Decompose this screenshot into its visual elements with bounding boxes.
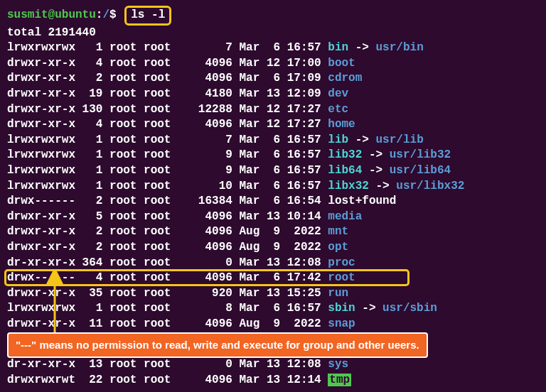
group: root <box>136 271 171 284</box>
link-count: 1 <box>75 180 102 192</box>
group: root <box>136 210 171 223</box>
owner: root <box>102 134 136 146</box>
date: Mar 6 17:42 <box>232 271 328 284</box>
date: Mar 6 16:57 <box>232 164 328 177</box>
link-count: 2 <box>75 72 102 85</box>
symlink-target: usr/bin <box>376 41 424 54</box>
date: Mar 6 16:57 <box>232 302 328 315</box>
size: 4096 <box>171 57 232 70</box>
permissions: lrwxrwxrwx <box>7 148 75 161</box>
file-name: tmp <box>328 374 351 386</box>
group: root <box>136 164 171 177</box>
permissions: lrwxrwxrwx <box>7 164 75 177</box>
permissions: drwx------ <box>7 271 75 284</box>
permissions: drwxr-xr-x <box>7 287 75 300</box>
owner: root <box>102 271 136 284</box>
size: 0 <box>171 256 232 269</box>
owner: root <box>102 374 136 386</box>
table-row: dr-xr-xr-x 364 root root 0 Mar 13 12:08 … <box>7 256 539 271</box>
permissions: lrwxrwxrwx <box>7 180 75 192</box>
table-row: drwx------ 4 root root 4096 Mar 6 17:42 … <box>7 271 539 286</box>
owner: root <box>102 41 136 54</box>
size: 4096 <box>171 271 232 284</box>
link-count: 130 <box>75 103 102 116</box>
file-name: dev <box>328 87 348 100</box>
size: 4096 <box>171 72 232 85</box>
permissions: drwxrwxrwt <box>7 374 75 386</box>
file-name: proc <box>328 256 355 269</box>
permissions: dr-xr-xr-x <box>7 256 75 269</box>
link-count: 1 <box>75 148 102 161</box>
table-row: drwx------ 2 root root 16384 Mar 6 16:54… <box>7 194 539 209</box>
permissions: lrwxrwxrwx <box>7 41 75 54</box>
permissions: drwxr-xr-x <box>7 57 75 70</box>
prompt-line: susmit@ubuntu:/$ ls -l <box>7 6 539 26</box>
permissions: drwx------ <box>7 195 75 207</box>
date: Mar 6 16:57 <box>232 180 328 192</box>
owner: root <box>102 302 136 315</box>
size: 4096 <box>171 118 232 131</box>
table-row: drwxr-xr-x 2 root root 4096 Aug 9 2022 m… <box>7 224 539 240</box>
table-row: drwxr-xr-x 11 root root 4096 Aug 9 2022 … <box>7 317 539 332</box>
owner: root <box>102 180 136 192</box>
group: root <box>136 195 171 207</box>
symlink-arrow: -> <box>369 180 396 192</box>
owner: root <box>102 72 136 85</box>
table-row: lrwxrwxrwx 1 root root 9 Mar 6 16:57 lib… <box>7 163 539 179</box>
owner: root <box>102 57 136 70</box>
symlink-target: usr/lib32 <box>390 148 451 161</box>
owner: root <box>102 256 136 269</box>
link-count: 13 <box>75 358 102 371</box>
file-name: sys <box>328 358 348 371</box>
owner: root <box>102 87 136 100</box>
link-count: 1 <box>75 134 102 146</box>
file-name: root <box>328 271 355 284</box>
table-row: dr-xr-xr-x 13 root root 0 Mar 13 12:08 s… <box>7 357 539 373</box>
size: 8 <box>171 302 232 315</box>
date: Aug 9 2022 <box>232 225 328 238</box>
link-count: 2 <box>75 225 102 238</box>
file-name: run <box>328 287 348 300</box>
link-count: 1 <box>75 302 102 315</box>
file-name: lib64 <box>328 164 362 177</box>
group: root <box>136 287 171 300</box>
file-name: bin <box>328 41 348 54</box>
group: root <box>136 118 171 131</box>
table-row: drwxr-xr-x 5 root root 4096 Mar 13 10:14… <box>7 209 539 225</box>
date: Mar 6 16:57 <box>232 148 328 161</box>
size: 0 <box>171 358 232 371</box>
symlink-arrow: -> <box>348 41 375 54</box>
date: Aug 9 2022 <box>232 317 328 330</box>
table-row: drwxr-xr-x 19 root root 4180 Mar 13 12:0… <box>7 87 539 102</box>
owner: root <box>102 118 136 131</box>
permissions: drwxr-xr-x <box>7 241 75 254</box>
date: Mar 12 17:00 <box>232 57 328 70</box>
size: 7 <box>171 41 232 54</box>
size: 7 <box>171 134 232 146</box>
date: Mar 12 17:27 <box>232 118 328 131</box>
size: 12288 <box>171 103 232 116</box>
link-count: 4 <box>75 271 102 284</box>
date: Mar 13 12:08 <box>232 358 328 371</box>
permissions: lrwxrwxrwx <box>7 134 75 146</box>
owner: root <box>102 148 136 161</box>
permissions: lrwxrwxrwx <box>7 302 75 315</box>
size: 4096 <box>171 225 232 238</box>
file-name: cdrom <box>328 72 362 85</box>
date: Mar 13 15:25 <box>232 287 328 300</box>
owner: root <box>102 358 136 371</box>
file-name: lib32 <box>328 148 362 161</box>
group: root <box>136 72 171 85</box>
symlink-target: usr/lib <box>376 134 424 146</box>
command-text: ls -l <box>131 9 165 21</box>
group: root <box>136 302 171 315</box>
size: 10 <box>171 180 232 192</box>
link-count: 4 <box>75 118 102 131</box>
owner: root <box>102 103 136 116</box>
date: Mar 13 12:08 <box>232 256 328 269</box>
date: Mar 6 17:09 <box>232 72 328 85</box>
permissions: drwxr-xr-x <box>7 317 75 330</box>
link-count: 2 <box>75 195 102 207</box>
group: root <box>136 225 171 238</box>
group: root <box>136 256 171 269</box>
